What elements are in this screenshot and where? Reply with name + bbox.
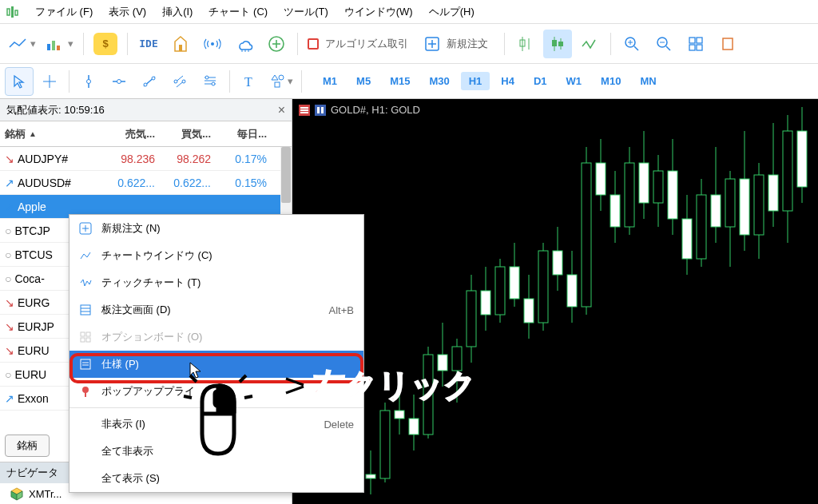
svg-rect-73 bbox=[366, 474, 375, 478]
timeframe-D1[interactable]: D1 bbox=[526, 72, 555, 90]
plus-icon bbox=[77, 222, 93, 235]
linechart-icon bbox=[77, 249, 93, 262]
grid-icon[interactable] bbox=[681, 30, 710, 58]
timeframe-M1[interactable]: M1 bbox=[315, 72, 345, 90]
svg-point-48 bbox=[182, 80, 185, 83]
timeframe-H1[interactable]: H1 bbox=[461, 72, 490, 90]
channel-icon[interactable] bbox=[165, 67, 194, 96]
timeframe-H4[interactable]: H4 bbox=[493, 72, 522, 90]
cube-icon bbox=[10, 486, 24, 501]
trade-icon[interactable]: $ bbox=[90, 30, 121, 58]
svg-rect-115 bbox=[668, 171, 677, 219]
chart-area[interactable]: GOLD#, H1: GOLD bbox=[292, 99, 818, 504]
svg-rect-0 bbox=[7, 9, 10, 15]
svg-rect-105 bbox=[596, 163, 606, 195]
svg-rect-33 bbox=[689, 45, 695, 50]
svg-line-25 bbox=[634, 46, 638, 50]
list-icon bbox=[77, 304, 93, 316]
trendline-icon[interactable] bbox=[135, 67, 164, 96]
svg-point-55 bbox=[279, 75, 284, 80]
menu-insert[interactable]: 挿入(I) bbox=[154, 2, 201, 22]
vline-icon[interactable] bbox=[74, 67, 103, 96]
svg-rect-121 bbox=[711, 195, 721, 227]
svg-rect-81 bbox=[423, 355, 433, 435]
fibo-icon[interactable] bbox=[196, 67, 224, 96]
new-order-button[interactable]: 新規注文 bbox=[421, 30, 498, 58]
svg-point-7 bbox=[211, 42, 214, 46]
extra-icon[interactable] bbox=[713, 30, 742, 58]
svg-rect-5 bbox=[57, 46, 60, 50]
svg-rect-129 bbox=[768, 175, 778, 211]
signal-icon[interactable] bbox=[198, 30, 227, 58]
svg-point-41 bbox=[117, 79, 121, 83]
col-chg[interactable]: 毎日... bbox=[216, 124, 272, 145]
ctx-tick-chart[interactable]: ティックチャート (T) bbox=[69, 269, 363, 296]
col-symbol[interactable]: 銘柄 ▲ bbox=[0, 124, 104, 145]
timeframe-M10[interactable]: M10 bbox=[593, 72, 629, 90]
menu-file[interactable]: ファイル (F) bbox=[27, 2, 101, 22]
menu-help[interactable]: ヘルプ(H) bbox=[421, 2, 482, 22]
crosshair-icon[interactable] bbox=[35, 67, 64, 96]
menu-window[interactable]: ウインドウ(W) bbox=[336, 2, 421, 22]
spec-icon bbox=[77, 358, 93, 371]
main-toolbar: ▾ ▾ $ IDE アルゴリズム取引 新規注文 bbox=[0, 24, 818, 64]
svg-rect-101 bbox=[567, 275, 577, 307]
svg-rect-31 bbox=[689, 38, 695, 43]
table-row[interactable]: ↗ AUDUSD#0.622...0.622...0.15% bbox=[0, 171, 292, 195]
timeframe-M5[interactable]: M5 bbox=[348, 72, 379, 90]
close-icon[interactable]: × bbox=[278, 103, 285, 117]
symbol-button[interactable]: 銘柄 bbox=[5, 435, 50, 457]
algo-trading-button[interactable]: アルゴリズム取引 bbox=[304, 30, 418, 58]
text-icon[interactable]: T bbox=[235, 67, 264, 96]
ctx-hide-all[interactable]: 全て非表示 bbox=[69, 438, 363, 465]
menu-chart[interactable]: チャート (C) bbox=[201, 2, 276, 22]
ctx-hide[interactable]: 非表示 (I) Delete bbox=[69, 411, 363, 438]
menu-view[interactable]: 表示 (V) bbox=[101, 2, 154, 22]
ctx-new-order[interactable]: 新規注文 (N) bbox=[69, 215, 363, 242]
shapes-icon[interactable]: ▾ bbox=[265, 67, 296, 96]
ctx-specification[interactable]: 仕様 (P) bbox=[69, 351, 363, 378]
svg-rect-119 bbox=[697, 195, 706, 259]
svg-rect-107 bbox=[610, 195, 620, 227]
bar-chart-icon[interactable]: ▾ bbox=[42, 30, 77, 58]
ide-button[interactable]: IDE bbox=[134, 30, 163, 58]
line-icon[interactable] bbox=[575, 30, 604, 58]
svg-point-147 bbox=[82, 387, 89, 393]
svg-rect-123 bbox=[725, 179, 735, 227]
timeframe-MN[interactable]: MN bbox=[632, 72, 664, 90]
zoom-out-icon[interactable] bbox=[649, 30, 678, 58]
zoom-in-icon[interactable] bbox=[617, 30, 646, 58]
svg-rect-93 bbox=[510, 267, 519, 299]
ctx-depth[interactable]: 板注文画面 (D) Alt+B bbox=[69, 296, 363, 323]
timeframe-W1[interactable]: W1 bbox=[558, 72, 590, 90]
candlestick-active-icon[interactable] bbox=[543, 30, 572, 58]
ctx-option-board: オプションボード (O) bbox=[69, 323, 363, 351]
candlestick-green-icon[interactable] bbox=[511, 30, 540, 58]
cursor-icon[interactable] bbox=[5, 67, 34, 96]
menubar: ファイル (F) 表示 (V) 挿入(I) チャート (C) ツール(T) ウイ… bbox=[0, 0, 818, 24]
svg-rect-1 bbox=[11, 6, 14, 18]
svg-rect-89 bbox=[481, 291, 490, 315]
svg-rect-111 bbox=[639, 163, 649, 203]
ctx-show-all[interactable]: 全て表示 (S) bbox=[69, 465, 363, 492]
ctx-chart-window[interactable]: チャートウインドウ (C) bbox=[69, 242, 363, 269]
timeframe-M15[interactable]: M15 bbox=[382, 72, 418, 90]
svg-rect-103 bbox=[582, 163, 591, 307]
col-bid[interactable]: 売気... bbox=[104, 124, 160, 145]
stop-icon bbox=[308, 38, 319, 50]
hline-icon[interactable] bbox=[105, 67, 133, 96]
new-order-icon bbox=[424, 36, 440, 52]
svg-rect-91 bbox=[495, 267, 505, 315]
svg-rect-97 bbox=[538, 251, 548, 323]
line-chart-icon[interactable]: ▾ bbox=[5, 30, 39, 58]
ctx-popup-prices[interactable]: ポップアッププライ bbox=[69, 378, 363, 405]
menu-tool[interactable]: ツール(T) bbox=[276, 2, 336, 22]
timeframe-M30[interactable]: M30 bbox=[421, 72, 457, 90]
cloud-icon[interactable] bbox=[230, 30, 259, 58]
col-ask[interactable]: 買気... bbox=[160, 124, 216, 145]
market-icon[interactable] bbox=[166, 30, 195, 58]
tick-icon bbox=[77, 276, 93, 289]
add-icon[interactable] bbox=[262, 30, 291, 58]
svg-rect-109 bbox=[625, 163, 634, 227]
table-row[interactable]: ↘ AUDJPY#98.23698.2620.17% bbox=[0, 147, 292, 171]
